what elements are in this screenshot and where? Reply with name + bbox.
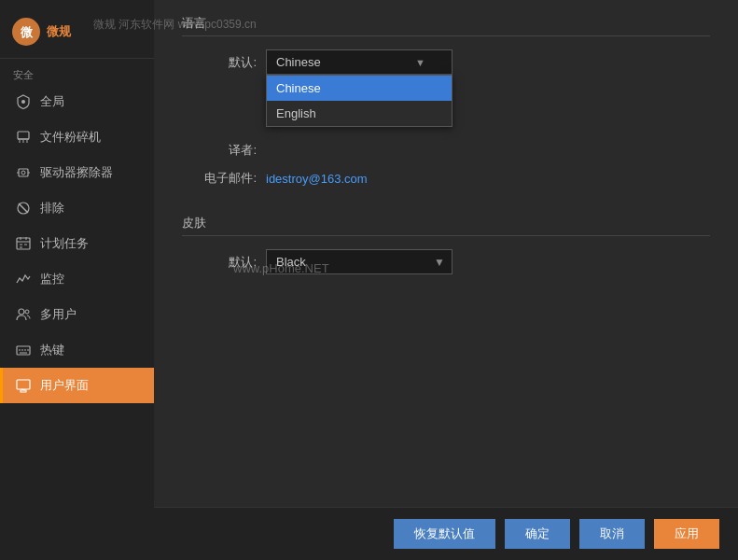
language-default-label: 默认:	[182, 54, 257, 71]
restore-defaults-button[interactable]: 恢复默认值	[394, 519, 495, 549]
sidebar-item-driver-remover[interactable]: 驱动器擦除器	[0, 155, 154, 190]
logo-text: 微规	[47, 23, 71, 40]
sidebar-item-multiuser-label: 多用户	[40, 306, 77, 323]
sidebar-item-exclude[interactable]: 排除	[0, 190, 154, 226]
bottom-bar: 恢复默认值 确定 取消 应用	[154, 507, 738, 560]
translator-label: 译者:	[182, 142, 257, 159]
language-select-box[interactable]: Chinese ▼	[266, 49, 453, 75]
language-selected-value: Chinese	[276, 55, 321, 69]
sidebar-item-schedule[interactable]: 计划任务	[0, 226, 154, 261]
svg-text:微: 微	[20, 25, 34, 39]
main-content: 语言 默认: Chinese ▼ Chinese English	[154, 0, 738, 560]
language-dropdown[interactable]: Chinese ▼ Chinese English	[266, 49, 453, 75]
svg-point-2	[21, 100, 25, 104]
sidebar-item-driver-label: 驱动器擦除器	[40, 164, 113, 181]
sidebar-item-monitor[interactable]: 监控	[0, 261, 154, 297]
multiuser-icon	[14, 305, 33, 324]
exclude-icon	[14, 199, 33, 217]
sidebar-item-monitor-label: 监控	[40, 271, 64, 287]
sidebar-item-schedule-label: 计划任务	[40, 235, 89, 252]
ui-icon	[14, 376, 33, 395]
sidebar-item-hotkey-label: 热键	[40, 342, 64, 358]
language-option-chinese[interactable]: Chinese	[267, 76, 452, 101]
language-section-header: 语言	[182, 15, 710, 36]
schedule-icon	[14, 234, 33, 253]
sidebar-item-ui[interactable]: 用户界面	[0, 368, 154, 403]
skin-default-row: 默认: Black ▼	[182, 249, 710, 274]
sidebar: 微 微规 安全 全局	[0, 0, 154, 560]
svg-rect-3	[18, 132, 29, 139]
skin-default-label: 默认:	[182, 254, 257, 271]
shredder-icon	[14, 128, 33, 147]
svg-line-12	[19, 203, 28, 213]
email-link[interactable]: idestroy@163.com	[266, 172, 368, 186]
hotkey-icon	[14, 341, 33, 359]
cancel-button[interactable]: 取消	[579, 519, 645, 549]
svg-rect-13	[17, 238, 30, 249]
app-logo-icon: 微	[11, 17, 41, 47]
svg-rect-29	[21, 390, 26, 392]
svg-rect-7	[19, 169, 28, 176]
sidebar-section-security: 安全	[0, 63, 154, 84]
skin-section: 皮肤 默认: Black ▼	[182, 215, 710, 274]
svg-rect-28	[17, 380, 30, 389]
sidebar-item-shredder-label: 文件粉碎机	[40, 129, 101, 146]
language-default-row: 默认: Chinese ▼ Chinese English	[182, 49, 710, 75]
svg-point-20	[19, 309, 24, 315]
driver-icon	[14, 163, 33, 182]
skin-section-header: 皮肤	[182, 215, 710, 236]
ok-button[interactable]: 确定	[505, 519, 570, 549]
sidebar-logo: 微 微规	[0, 9, 154, 59]
sidebar-item-hotkey[interactable]: 热键	[0, 332, 154, 368]
dropdown-arrow-icon: ▼	[415, 57, 425, 68]
sidebar-item-shredder[interactable]: 文件粉碎机	[0, 119, 154, 155]
sidebar-item-multiuser[interactable]: 多用户	[0, 297, 154, 332]
language-section: 语言 默认: Chinese ▼ Chinese English	[182, 15, 710, 187]
email-label: 电子邮件:	[182, 170, 257, 187]
skin-select[interactable]: Black	[266, 249, 453, 274]
content-area: 语言 默认: Chinese ▼ Chinese English	[154, 0, 738, 507]
shield-icon	[14, 92, 33, 111]
email-row: 电子邮件: idestroy@163.com	[182, 170, 710, 187]
sidebar-item-exclude-label: 排除	[40, 200, 64, 217]
translator-row: 译者:	[182, 142, 710, 159]
sidebar-item-ui-label: 用户界面	[40, 377, 89, 394]
monitor-icon	[14, 270, 33, 288]
language-option-english[interactable]: English	[267, 101, 452, 126]
sidebar-item-global[interactable]: 全局	[0, 84, 154, 119]
skin-dropdown[interactable]: Black ▼	[266, 249, 453, 274]
language-dropdown-list: Chinese English	[266, 75, 453, 127]
apply-button[interactable]: 应用	[654, 519, 719, 549]
sidebar-item-global-label: 全局	[40, 93, 64, 110]
svg-point-21	[25, 310, 29, 314]
svg-point-8	[21, 171, 25, 175]
app-container: 微 微规 安全 全局	[0, 0, 738, 560]
